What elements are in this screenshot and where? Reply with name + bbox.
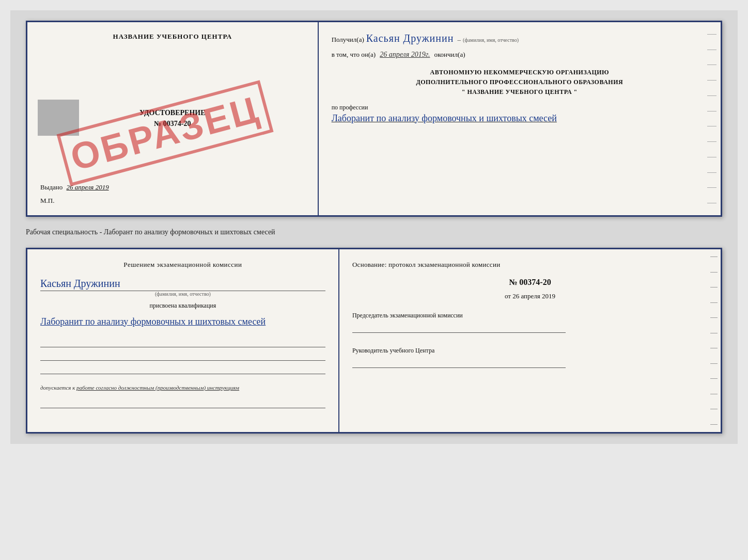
profession-block: по профессии Лаборанит по анализу формов…	[332, 104, 708, 125]
date-suffix: окончил(а)	[434, 51, 465, 59]
cert-right-panel: Получил(а) Касьян Дружинин – (фамилия, и…	[319, 22, 721, 215]
protocol-number: № 00374-20	[352, 278, 708, 287]
issued-label: Выдано	[40, 183, 63, 191]
director-signature-line	[352, 358, 566, 368]
cert-doc-label: УДОСТОВЕРЕНИЕ	[40, 109, 305, 117]
допуск-text: допускается к работе согласно должностны…	[40, 385, 325, 391]
chairman-label: Председатель экзаменационной комиссии	[352, 311, 708, 320]
name-underline: Касьян Дружинин	[40, 278, 325, 291]
certificate-document: НАЗВАНИЕ УЧЕБНОГО ЦЕНТРА ОБРАЗЕЦ УДОСТОВ…	[26, 21, 722, 217]
recipient-line: Получил(а) Касьян Дружинин – (фамилия, и…	[332, 33, 708, 44]
qualification-label: присвоена квалификация	[40, 302, 325, 310]
osnov-label: Основание: протокол экзаменационной коми…	[352, 260, 708, 270]
org-line2: ДОПОЛНИТЕЛЬНОГО ПРОФЕССИОНАЛЬНОГО ОБРАЗО…	[332, 77, 708, 87]
dash: –	[456, 36, 461, 44]
photo-placeholder	[38, 100, 79, 136]
profession-value: Лаборанит по анализу формовочных и шихто…	[332, 111, 708, 125]
org-line1: АВТОНОМНУЮ НЕКОММЕРЧЕСКУЮ ОРГАНИЗАЦИЮ	[332, 68, 708, 77]
spine-lines-bottom	[710, 249, 718, 432]
right-edge-lines	[707, 22, 716, 215]
cert-mp: М.П.	[40, 197, 305, 205]
profession-label: по профессии	[332, 104, 708, 111]
obrazec-text: ОБРАЗЕЦ	[57, 80, 274, 186]
org-line3: " НАЗВАНИЕ УЧЕБНОГО ЦЕНТРА "	[332, 87, 708, 97]
допуск-value: работе согласно должностным (производств…	[76, 385, 239, 391]
date-prefix: в том, что он(а)	[332, 51, 376, 59]
допуск-underline-row	[40, 400, 325, 408]
specialty-text: Рабочая специальность - Лаборант по анал…	[26, 226, 722, 238]
date-line: в том, что он(а) 26 апреля 2019г. окончи…	[332, 51, 708, 59]
decision-text: Решением экзаменационной комиссии	[40, 260, 325, 270]
cert-issued: Выдано 26 апреля 2019	[40, 183, 305, 191]
qualification-value: Лаборанит по анализу формовочных и шихто…	[40, 315, 325, 329]
director-block: Руководитель учебного Центра	[352, 346, 708, 368]
name-block: Касьян Дружинин (фамилия, имя, отчество)	[40, 278, 325, 297]
signature-lines-left	[40, 339, 325, 374]
cert-number: № 00374-20	[40, 120, 305, 128]
director-label: Руководитель учебного Центра	[352, 346, 708, 355]
bottom-fio-label: (фамилия, имя, отчество)	[40, 291, 325, 297]
date-value: 26 апреля 2019г.	[380, 51, 430, 59]
bottom-left-panel: Решением экзаменационной комиссии Касьян…	[27, 249, 339, 432]
bottom-document: Решением экзаменационной комиссии Касьян…	[26, 248, 722, 434]
protocol-date-prefix: от	[505, 292, 511, 300]
допуск-label: допускается к	[40, 385, 75, 391]
bottom-right-panel: Основание: протокол экзаменационной коми…	[339, 249, 721, 432]
bottom-name: Касьян Дружинин	[40, 278, 120, 289]
recipient-name: Касьян Дружинин	[366, 33, 454, 44]
chairman-signature-line	[352, 323, 566, 333]
chairman-block: Председатель экзаменационной комиссии	[352, 311, 708, 333]
cert-left-panel: НАЗВАНИЕ УЧЕБНОГО ЦЕНТРА ОБРАЗЕЦ УДОСТОВ…	[27, 22, 319, 215]
fio-label-cert: (фамилия, имя, отчество)	[463, 37, 519, 43]
cert-title: НАЗВАНИЕ УЧЕБНОГО ЦЕНТРА	[40, 33, 305, 41]
protocol-date-value: 26 апреля 2019	[512, 292, 555, 300]
org-block: АВТОНОМНУЮ НЕКОММЕРЧЕСКУЮ ОРГАНИЗАЦИЮ ДО…	[332, 68, 708, 98]
protocol-date: от 26 апреля 2019	[352, 292, 708, 300]
page-container: НАЗВАНИЕ УЧЕБНОГО ЦЕНТРА ОБРАЗЕЦ УДОСТОВ…	[10, 10, 738, 444]
recipient-label: Получил(а)	[332, 36, 364, 44]
issued-date: 26 апреля 2019	[67, 183, 109, 191]
